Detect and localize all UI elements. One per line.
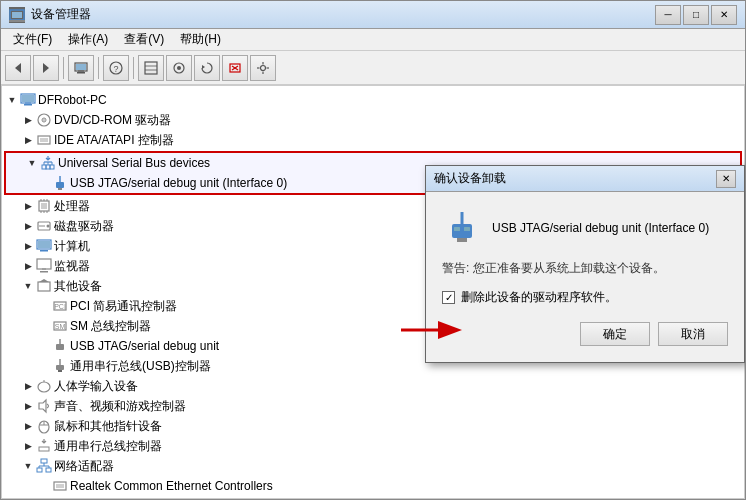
tree-item-realtek[interactable]: Realtek Common Ethernet Controllers [2,476,744,496]
expand-proc-arrow: ▶ [22,200,34,212]
ide-icon [36,132,52,148]
svg-marker-3 [15,63,21,73]
tree-item-usb-bus[interactable]: ▶ 通用串行总线控制器 [2,436,744,456]
toolbar-separator-2 [98,57,99,79]
dialog-checkbox-row[interactable]: 删除此设备的驱动程序软件。 [442,289,728,306]
svg-rect-97 [464,227,470,231]
tree-item-hid[interactable]: ▶ 人体学输入设备 [2,376,744,396]
main-window: 设备管理器 ─ □ ✕ 文件(F) 操作(A) 查看(V) 帮助(H) [0,0,746,500]
svg-rect-68 [56,365,64,370]
svg-rect-42 [56,182,64,188]
cancel-button[interactable]: 取消 [658,322,728,346]
dialog-close-button[interactable]: ✕ [716,170,736,188]
tree-item-ide[interactable]: ▶ IDE ATA/ATAPI 控制器 [2,130,744,150]
window-controls: ─ □ ✕ [655,5,737,25]
other-label: 其他设备 [54,277,102,295]
toolbar-separator-1 [63,57,64,79]
ide-label: IDE ATA/ATAPI 控制器 [54,131,174,149]
menu-view[interactable]: 查看(V) [116,29,172,50]
menu-file[interactable]: 文件(F) [5,29,60,50]
svg-rect-67 [56,344,64,350]
dvd-label: DVD/CD-ROM 驱动器 [54,111,171,129]
svg-point-31 [43,119,45,121]
computer-icon [20,92,36,108]
menu-bar: 文件(F) 操作(A) 查看(V) 帮助(H) [1,29,745,51]
audio-label: 声音、视频和游戏控制器 [54,397,186,415]
svg-marker-72 [39,400,46,412]
tree-item-network[interactable]: ▼ 网络适配器 [2,456,744,476]
tree-item-dvd[interactable]: ▶ DVD/CD-ROM 驱动器 [2,110,744,130]
delete-driver-label: 删除此设备的驱动程序软件。 [461,289,617,306]
content-area: ▼ DFRobot-PC ▶ [1,85,745,499]
svg-text:PCI: PCI [54,303,66,310]
delete-driver-checkbox[interactable] [442,291,455,304]
expand-mouse-arrow: ▶ [22,420,34,432]
usb-jtag2-label: USB JTAG/serial debug unit [70,337,219,355]
back-button[interactable] [5,55,31,81]
toolbar: ? [1,51,745,85]
dialog-device-name: USB JTAG/serial debug unit (Interface 0) [492,221,709,235]
uninstall-button[interactable] [222,55,248,81]
minimize-button[interactable]: ─ [655,5,681,25]
svg-point-20 [261,65,266,70]
window-title: 设备管理器 [31,6,655,23]
svg-rect-40 [46,165,50,169]
svg-rect-28 [24,104,32,106]
svg-rect-6 [76,64,86,70]
dialog-title-text: 确认设备卸载 [434,170,716,187]
scan-button[interactable] [138,55,164,81]
svg-marker-62 [39,279,49,282]
computer-label: 计算机 [54,237,90,255]
forward-button[interactable] [33,55,59,81]
help-button[interactable]: ? [103,55,129,81]
toolbar-separator-3 [133,57,134,79]
tree-root[interactable]: ▼ DFRobot-PC [2,90,744,110]
svg-text:SM: SM [55,323,66,330]
computer-button[interactable] [68,55,94,81]
svg-rect-1 [12,12,22,18]
monitor-icon [36,258,52,274]
confirm-uninstall-dialog: 确认设备卸载 ✕ USB JTAG/s [425,165,745,363]
dialog-device-icon [442,208,482,248]
hid-icon [36,378,52,394]
tree-item-system[interactable]: ▶ 系统设备 [2,496,744,499]
svg-rect-78 [37,468,42,472]
network-icon [36,458,52,474]
audio-icon [36,398,52,414]
other-devices-icon [36,278,52,294]
svg-marker-4 [43,63,49,73]
network-label: 网络适配器 [54,457,114,475]
svg-rect-2 [9,20,25,22]
svg-point-15 [177,66,181,70]
disk-label: 磁盘驱动器 [54,217,114,235]
properties-button[interactable] [166,55,192,81]
ok-button[interactable]: 确定 [580,322,650,346]
close-button[interactable]: ✕ [711,5,737,25]
expand-disk-arrow: ▶ [22,220,34,232]
svg-rect-79 [46,468,51,472]
svg-rect-77 [41,459,47,463]
tree-item-mouse[interactable]: ▶ 鼠标和其他指针设备 [2,416,744,436]
dialog-warning-text: 警告: 您正准备要从系统上卸载这个设备。 [442,260,728,277]
maximize-button[interactable]: □ [683,5,709,25]
svg-rect-76 [39,447,49,451]
settings-button[interactable] [250,55,276,81]
update-button[interactable] [194,55,220,81]
expand-ide-arrow: ▶ [22,134,34,146]
sm-icon: SM [52,318,68,334]
svg-rect-56 [38,241,50,248]
tree-item-audio[interactable]: ▶ 声音、视频和游戏控制器 [2,396,744,416]
svg-rect-69 [58,370,62,372]
svg-rect-11 [145,62,157,74]
dialog-title-bar: 确认设备卸载 ✕ [426,166,744,192]
svg-rect-96 [454,227,460,231]
svg-rect-84 [54,482,66,490]
svg-point-53 [47,225,50,228]
svg-rect-45 [41,203,47,209]
expand-dvd-arrow: ▶ [22,114,34,126]
menu-help[interactable]: 帮助(H) [172,29,229,50]
usb-root-label: Universal Serial Bus devices [58,154,210,172]
processor-label: 处理器 [54,197,90,215]
expand-comp-arrow: ▶ [22,240,34,252]
menu-action[interactable]: 操作(A) [60,29,116,50]
